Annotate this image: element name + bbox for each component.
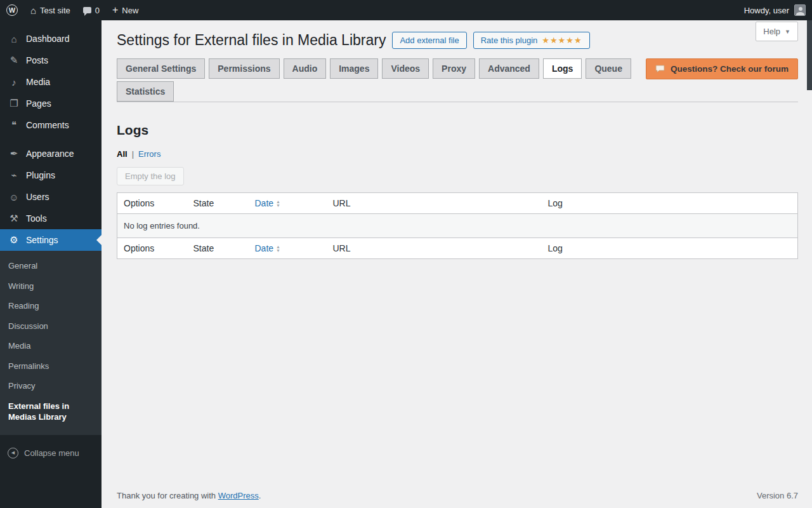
pages-icon: ❐ [8, 98, 20, 109]
site-name-menu[interactable]: ⌂ Test site [24, 0, 77, 20]
admin-menu: ⌂ Dashboard ✎ Posts ♪ Media ❐ Pages ❝ Co… [0, 20, 102, 465]
collapse-menu-button[interactable]: ◀ Collapse menu [0, 441, 102, 465]
new-content-menu[interactable]: + New [106, 0, 145, 20]
sidebar-item-settings[interactable]: ⚙ Settings [0, 229, 102, 251]
column-footer-log: Log [542, 238, 798, 259]
filter-errors[interactable]: Errors [138, 149, 160, 159]
howdy-label[interactable]: Howdy, user [744, 6, 789, 15]
page-title-row: Settings for External files in Media Lib… [117, 20, 798, 49]
column-header-url: URL [327, 193, 542, 214]
tools-icon: ⚒ [8, 213, 20, 224]
footer-thanks: Thank you for creating with WordPress. [117, 491, 261, 500]
tab-advanced[interactable]: Advanced [479, 58, 539, 79]
table-footer-row: Options State Date▲▼ URL Log [117, 238, 798, 259]
rate-plugin-button[interactable]: Rate this plugin ★★★★★ [473, 32, 590, 49]
admin-bar-left: W ⌂ Test site 0 + New [0, 0, 145, 20]
sidebar-item-label: Tools [26, 213, 47, 224]
settings-icon: ⚙ [8, 234, 20, 246]
column-header-date: Date▲▼ [249, 193, 327, 214]
chevron-down-icon: ▼ [785, 29, 790, 35]
sort-arrows-icon: ▲▼ [276, 200, 280, 208]
tab-general-settings[interactable]: General Settings [117, 58, 205, 79]
star-rating-icons: ★★★★★ [542, 36, 582, 45]
plus-icon: + [112, 5, 118, 15]
tab-permissions[interactable]: Permissions [209, 58, 279, 79]
add-external-file-button[interactable]: Add external file [392, 32, 466, 49]
sidebar-item-label: Settings [26, 235, 58, 245]
page-title: Settings for External files in Media Lib… [117, 32, 386, 49]
home-icon: ⌂ [30, 6, 36, 15]
empty-log-button[interactable]: Empty the log [117, 167, 184, 185]
sidebar-item-label: Plugins [26, 170, 55, 180]
admin-bar-right: Howdy, user [744, 4, 812, 16]
comments-bubble-icon [83, 7, 91, 13]
sidebar-item-dashboard[interactable]: ⌂ Dashboard [0, 28, 102, 50]
wordpress-logo-menu[interactable]: W [0, 0, 24, 20]
filter-separator: | [132, 149, 134, 159]
admin-sidebar: ⌂ Dashboard ✎ Posts ♪ Media ❐ Pages ❝ Co… [0, 20, 102, 508]
log-filters: All | Errors [117, 149, 798, 159]
rate-plugin-label: Rate this plugin [481, 36, 538, 45]
wordpress-logo-icon: W [6, 4, 18, 16]
column-footer-url: URL [327, 238, 542, 259]
sidebar-item-posts[interactable]: ✎ Posts [0, 50, 102, 71]
filter-all[interactable]: All [117, 149, 128, 159]
forum-button[interactable]: Questions? Check our forum [646, 58, 798, 79]
submenu-item-permalinks[interactable]: Permalinks [0, 356, 102, 377]
help-button[interactable]: Help ▼ [756, 22, 798, 41]
admin-bar: W ⌂ Test site 0 + New Howdy, user [0, 0, 812, 20]
submenu-item-external-files[interactable]: External files in Medias Library [0, 396, 102, 427]
sidebar-item-label: Media [26, 77, 50, 87]
site-name-label: Test site [40, 6, 70, 15]
tab-proxy[interactable]: Proxy [433, 58, 475, 79]
help-label: Help [763, 27, 780, 36]
sidebar-item-label: Users [26, 192, 49, 202]
version-label: Version 6.7 [757, 491, 798, 500]
tab-images[interactable]: Images [330, 58, 378, 79]
collapse-menu-label: Collapse menu [24, 448, 79, 458]
column-header-state: State [187, 193, 249, 214]
tab-videos[interactable]: Videos [382, 58, 429, 79]
sidebar-item-appearance[interactable]: ✒ Appearance [0, 143, 102, 164]
column-header-options: Options [117, 193, 187, 214]
sidebar-item-label: Dashboard [26, 34, 70, 44]
wordpress-link[interactable]: WordPress [218, 491, 259, 500]
tab-statistics[interactable]: Statistics [117, 81, 174, 102]
settings-submenu: General Writing Reading Discussion Media… [0, 251, 102, 435]
sidebar-item-pages[interactable]: ❐ Pages [0, 93, 102, 114]
submenu-item-reading[interactable]: Reading [0, 296, 102, 316]
settings-tabs: General Settings Permissions Audio Image… [117, 58, 798, 102]
new-label: New [122, 6, 138, 15]
sidebar-item-comments[interactable]: ❝ Comments [0, 114, 102, 136]
admin-footer: Thank you for creating with WordPress. V… [117, 491, 798, 500]
comments-icon: ❝ [8, 119, 20, 131]
users-icon: ☺ [8, 192, 20, 203]
tab-logs[interactable]: Logs [543, 58, 582, 79]
sidebar-item-label: Pages [26, 98, 51, 109]
sidebar-item-users[interactable]: ☺ Users [0, 186, 102, 208]
speech-bubble-icon [655, 65, 665, 73]
sidebar-item-tools[interactable]: ⚒ Tools [0, 208, 102, 229]
sidebar-item-plugins[interactable]: ⌁ Plugins [0, 164, 102, 186]
submenu-item-media[interactable]: Media [0, 336, 102, 356]
column-header-log: Log [542, 193, 798, 214]
footer-thanks-text: Thank you for creating with [117, 491, 216, 500]
submenu-item-general[interactable]: General [0, 256, 102, 276]
submenu-item-discussion[interactable]: Discussion [0, 316, 102, 337]
tab-audio[interactable]: Audio [284, 58, 327, 79]
date-sort-link[interactable]: Date [255, 243, 274, 253]
tab-queue[interactable]: Queue [586, 58, 631, 79]
column-footer-date: Date▲▼ [249, 238, 327, 259]
scrollbar[interactable] [807, 20, 812, 90]
user-avatar[interactable] [794, 4, 806, 16]
add-external-file-label: Add external file [400, 36, 459, 45]
sidebar-item-media[interactable]: ♪ Media [0, 71, 102, 93]
sort-arrows-icon: ▲▼ [276, 245, 280, 253]
submenu-item-privacy[interactable]: Privacy [0, 376, 102, 396]
comment-count: 0 [95, 6, 100, 15]
empty-message: No log entries found. [117, 214, 798, 238]
submenu-item-writing[interactable]: Writing [0, 276, 102, 297]
dashboard-icon: ⌂ [8, 34, 20, 44]
date-sort-link[interactable]: Date [255, 198, 274, 208]
comments-menu[interactable]: 0 [77, 0, 106, 20]
